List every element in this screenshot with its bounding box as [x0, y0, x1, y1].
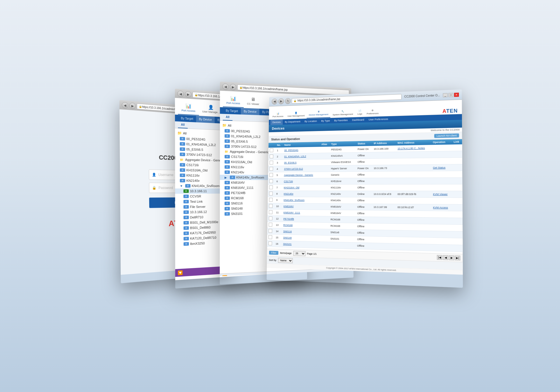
row-checkbox[interactable] — [270, 161, 273, 165]
row-checkbox[interactable] — [269, 204, 272, 208]
back-btn-main[interactable]: ◀ — [272, 99, 277, 105]
expand-icon-pa: ▶ — [225, 176, 229, 179]
row-checkbox[interactable] — [269, 192, 273, 195]
sort-select[interactable]: Name Status Type — [278, 258, 293, 263]
subnav-user-prefs[interactable]: User Preferences — [366, 116, 390, 122]
device-icon-pa2: ⊞ — [225, 134, 230, 138]
forward-btn-pa[interactable]: ▶ — [230, 84, 236, 90]
device-name-link[interactable]: 01_KN4140VA_L2L2 — [284, 155, 306, 158]
minimize-btn[interactable]: _ — [443, 93, 448, 97]
col-checkbox — [269, 143, 276, 148]
row-checkbox[interactable] — [269, 173, 273, 177]
subnav-by-favorites[interactable]: By Favorites — [332, 117, 350, 123]
device-icon-m5: ⊞ — [180, 163, 185, 167]
device-name-link[interactable]: SN0148 — [283, 236, 292, 239]
back-btn-pa[interactable]: ◀ — [222, 83, 229, 90]
nav-system-mgmt-main[interactable]: 🔧 System Management — [330, 109, 355, 118]
subnav-by-device-pa[interactable]: By Device — [241, 108, 259, 115]
device-name-link[interactable]: SN0116 — [283, 230, 292, 233]
device-name-link[interactable]: SN3101 — [283, 242, 292, 246]
table-row[interactable]: 7 KH1516Ai_Old KN1116v Offline — [268, 184, 463, 191]
nav-port-access-pa[interactable]: 📊 Port Access — [223, 94, 244, 108]
device-icon-m15: ⊞ — [183, 216, 189, 219]
kvmaccess-link[interactable]: KVM Access — [433, 206, 448, 209]
forward-btn[interactable]: ▶ — [129, 102, 136, 109]
nav-user-mgmt-main[interactable]: 👤 User Management — [285, 110, 307, 119]
back-btn[interactable]: ◀ — [122, 102, 128, 109]
device-name-link[interactable]: Aggregate Device - Generic — [284, 174, 313, 176]
subnav-by-location[interactable]: By Location — [302, 118, 319, 124]
row-checkbox[interactable] — [269, 216, 272, 220]
nav-port-access-main[interactable]: 📊 Port Access — [270, 111, 286, 119]
nav-logs-main[interactable]: 📄 Logs — [355, 108, 365, 117]
device-icon-m17: ⊞ — [183, 226, 189, 230]
all-btn-pa[interactable]: All — [223, 114, 232, 121]
device-name-link[interactable]: KN4140v_SrvRoom — [284, 199, 305, 202]
nav-port-access-m[interactable]: 📊 Port Access — [178, 101, 199, 115]
refresh-btn-main[interactable]: ↻ — [285, 98, 291, 104]
device-name-link[interactable]: KH1516Ai_Old — [284, 186, 299, 189]
address-bar-main[interactable]: 🔒 https://10.3.166.1/ccadmin/frame.jsp — [292, 94, 402, 103]
cc-viewer-icon-pa: 🖥 — [251, 97, 255, 102]
prev-page-btn[interactable]: ◀ — [443, 255, 448, 260]
device-name-link[interactable]: KN8164V_1111 — [283, 211, 300, 214]
subnav-by-type[interactable]: By Type — [319, 118, 332, 124]
device-icon-m: ⊞ — [180, 137, 185, 141]
device-name-link[interactable]: CS1716i — [284, 180, 293, 183]
device-name-link[interactable]: KN8164V — [284, 205, 294, 208]
nav-prefs-main[interactable]: ⚙ Preferences — [364, 108, 381, 116]
nav-ccviewer-pa[interactable]: 🖥 CC Viewer — [244, 95, 263, 109]
table-container[interactable]: No. Name Alias Type Status IP Address MA… — [267, 139, 463, 254]
forward-btn-m[interactable]: ▶ — [185, 91, 192, 98]
last-page-btn[interactable]: ▶| — [455, 256, 461, 260]
nav-device-mgmt-main[interactable]: 🖥 Device Management — [307, 109, 330, 118]
all-btn-m[interactable]: All — [178, 122, 188, 129]
next-page-btn[interactable]: ▶ — [449, 255, 454, 260]
window-controls: _ □ ✕ — [443, 93, 459, 97]
launch-nvclient-btn[interactable]: Launch NV-client — [434, 134, 459, 138]
forward-btn-main[interactable]: ▶ — [278, 98, 284, 104]
subnav-devices[interactable]: Devices — [270, 119, 283, 125]
first-page-btn[interactable]: |◀ — [437, 255, 442, 260]
row-checkbox[interactable] — [270, 155, 273, 158]
close-btn[interactable]: ✕ — [454, 93, 459, 97]
device-name-link[interactable]: 3700V-14723-S12 — [284, 167, 303, 170]
row-checkbox[interactable] — [269, 185, 273, 189]
filter-icon-m[interactable]: 🔽 — [178, 270, 183, 275]
filter-button[interactable]: Filter — [269, 251, 279, 255]
device-name-link[interactable]: RCM168 — [283, 224, 293, 227]
filter-icon-pa[interactable]: 🔽 — [222, 275, 227, 276]
row-checkbox[interactable] — [269, 235, 272, 239]
device-icon-m4: ⊞ — [180, 153, 185, 156]
subnav-dashboard[interactable]: Dashboard — [350, 117, 366, 123]
kvmviewer-link[interactable]: KVM Viewer — [433, 193, 447, 196]
row-checkbox[interactable] — [269, 210, 272, 214]
device-name-link[interactable]: 00_PE5324G — [284, 149, 298, 151]
device-icon-pa9: ⊞ — [230, 176, 235, 179]
table-row[interactable]: 6 CS1716i KH516A4 Offline — [268, 178, 462, 185]
nav-user-mgmt-m[interactable]: 👤 User Manage... — [199, 102, 223, 117]
row-checkbox[interactable] — [270, 148, 273, 152]
getstatus-link[interactable]: Get Status — [433, 166, 445, 169]
back-btn-m[interactable]: ◀ — [177, 90, 184, 97]
subnav-by-device-m[interactable]: By Device — [196, 116, 214, 123]
subnav-by-target-m[interactable]: By Target — [178, 115, 196, 122]
row-checkbox[interactable] — [269, 198, 273, 202]
row-checkbox[interactable] — [269, 179, 273, 183]
subnav-by-dept[interactable]: By Department — [283, 119, 303, 125]
row-checkbox[interactable] — [269, 241, 272, 245]
row-checkbox[interactable] — [269, 167, 273, 171]
table-row[interactable]: 5 Aggregate Device - Generic Generic Off… — [268, 171, 462, 178]
subnav-by-target-pa[interactable]: By Target — [223, 107, 241, 115]
device-icon-pa10: ⊞ — [225, 181, 230, 184]
device-icon-m6: ⊞ — [180, 168, 185, 172]
device-name-link[interactable]: KN2140v — [284, 192, 293, 195]
table-row[interactable]: 8 KN2140v KN2140v Online 10.0.0.0/24 ef:… — [268, 191, 462, 198]
row-checkbox[interactable] — [269, 223, 272, 227]
mac-link-1[interactable]: 10.174.4.1:80 C...Notes — [398, 147, 425, 150]
row-checkbox[interactable] — [269, 229, 272, 233]
items-per-page-select[interactable]: 25 50 100 — [293, 251, 305, 256]
device-name-link[interactable]: 05_ESXi6.5 — [284, 161, 297, 164]
device-name-link[interactable]: PE7324fB — [283, 218, 294, 220]
maximize-btn[interactable]: □ — [449, 93, 453, 97]
